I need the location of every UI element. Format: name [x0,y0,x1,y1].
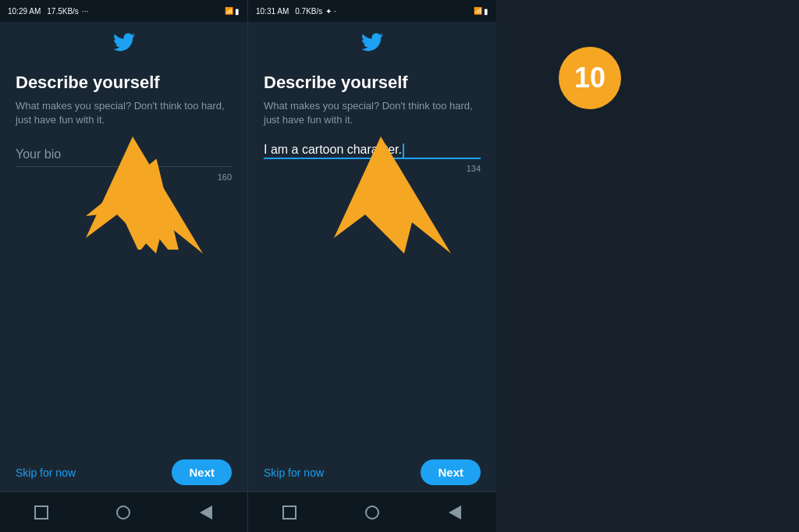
page-subtitle-left: What makes you special? Don't think too … [16,99,232,127]
nav-bar-left [0,491,247,532]
skip-link-right[interactable]: Skip for now [264,466,324,479]
twitter-header-right [248,22,496,65]
step-number: 10 [559,47,621,109]
time-left: 10:29 AM [8,7,41,16]
right-phone-panel: 10:31 AM 0.7KB/s ✦ · 📶 ▮ Describe yourse… [248,0,496,532]
content-left: Describe yourself What makes you special… [0,65,247,453]
nav-back-right[interactable] [446,503,464,522]
wifi-icon: 📶 [225,7,233,15]
battery-icon: ▮ [235,7,240,16]
twitter-logo-right [361,31,383,59]
skip-link-left[interactable]: Skip for now [16,466,76,479]
page-title-left: Describe yourself [16,73,232,93]
status-icons-left: 📶 ▮ [225,7,240,16]
left-phone-panel: 10:29 AM 17.5KB/s ··· 📶 ▮ Describe yours… [0,0,248,532]
nav-circle-right[interactable] [363,503,382,522]
bio-value-right[interactable]: I am a cartoon character. [264,138,404,161]
status-bar-left-info: 10:29 AM 17.5KB/s ··· [8,7,88,16]
status-bar-left: 10:29 AM 17.5KB/s ··· 📶 ▮ [0,0,247,22]
char-count-right: 134 [467,164,481,173]
twitter-header-left [0,22,247,65]
data-speed-left: 17.5KB/s [47,7,79,16]
bio-placeholder-left[interactable]: Your bio [16,143,232,166]
nav-square-left[interactable] [32,503,51,522]
bio-container-left: Your bio 160 [16,143,232,167]
data-speed-right: 0.7KB/s [295,7,322,16]
twitter-logo-left [113,31,135,59]
char-count-left: 160 [218,172,232,182]
status-bar-right: 10:31 AM 0.7KB/s ✦ · 📶 ▮ [248,0,496,22]
text-cursor [403,144,404,158]
wifi-icon-right: 📶 [474,7,482,15]
page-title-right: Describe yourself [264,73,481,93]
nav-back-left[interactable] [197,503,215,522]
next-button-right[interactable]: Next [421,459,481,485]
footer-right: Skip for now Next [248,453,496,491]
more-dots-right: ✦ · [325,7,336,16]
content-right: Describe yourself What makes you special… [248,65,496,453]
time-right: 10:31 AM [256,7,289,16]
next-button-left[interactable]: Next [172,459,232,485]
nav-square-right[interactable] [280,503,299,522]
footer-left: Skip for now Next [0,453,247,491]
status-bar-right-info: 10:31 AM 0.7KB/s ✦ · [256,7,336,16]
page-subtitle-right: What makes you special? Don't think too … [264,99,481,127]
status-icons-right: 📶 ▮ [474,7,488,16]
more-dots-left: ··· [82,7,88,16]
nav-bar-right [248,491,496,532]
step-panel: 10 [496,0,799,532]
nav-circle-left[interactable] [114,503,133,522]
bio-container-right: I am a cartoon character. 134 [264,143,481,159]
battery-icon-right: ▮ [484,7,488,16]
